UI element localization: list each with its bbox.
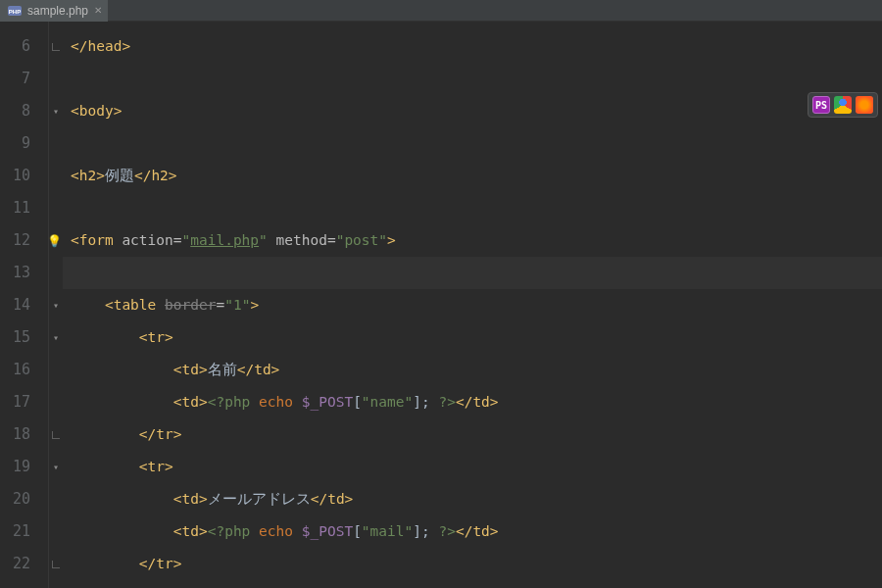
fold-marker: [49, 515, 63, 548]
tab-bar: PHP sample.php ✕: [0, 0, 882, 22]
code-line: <form action="mail.php" method="post">: [63, 224, 882, 257]
line-number: 17: [0, 386, 48, 418]
line-number: 21: [0, 515, 48, 548]
fold-marker: [49, 63, 63, 95]
code-line: <tr>: [63, 321, 882, 354]
code-line: [63, 63, 882, 95]
line-number: 19: [0, 451, 48, 483]
line-number: 13: [0, 257, 48, 289]
fold-marker[interactable]: 💡: [49, 224, 63, 257]
tab-filename: sample.php: [27, 4, 88, 18]
fold-marker[interactable]: [49, 548, 63, 580]
line-number: 23: [0, 580, 48, 588]
fold-marker: [49, 257, 63, 289]
fold-marker: [49, 354, 63, 386]
code-line: <table border="1">: [63, 289, 882, 321]
fold-marker: [49, 386, 63, 418]
fold-marker: [49, 127, 63, 160]
line-number: 22: [0, 548, 48, 580]
fold-marker[interactable]: [49, 95, 63, 127]
code-line: </head>: [63, 30, 882, 63]
fold-marker[interactable]: [49, 289, 63, 321]
close-icon[interactable]: ✕: [94, 5, 102, 16]
code-line: <td>メールアドレス</td>: [63, 483, 882, 515]
code-line: [63, 127, 882, 160]
code-line: </table>: [63, 580, 882, 588]
editor: 67891011121314151617181920212223 💡 </hea…: [0, 22, 882, 588]
fold-marker[interactable]: [49, 451, 63, 483]
code-line: <h2>例題</h2>: [63, 160, 882, 192]
line-number: 16: [0, 354, 48, 386]
code-line: <body>: [63, 95, 882, 127]
line-number: 8: [0, 95, 48, 127]
code-area[interactable]: </head> <body> <h2>例題</h2> <form action=…: [63, 22, 882, 588]
firefox-icon[interactable]: [856, 96, 873, 114]
fold-marker[interactable]: [49, 321, 63, 354]
fold-marker[interactable]: [49, 30, 63, 63]
fold-marker: [49, 580, 63, 588]
line-number: 15: [0, 321, 48, 354]
code-line-cursor: [63, 257, 882, 289]
code-line: <td><?php echo $_POST["name"]; ?></td>: [63, 386, 882, 418]
browser-toolbar: PS: [808, 92, 878, 118]
code-line: <td>名前</td>: [63, 354, 882, 386]
fold-column: 💡: [49, 22, 63, 588]
line-number-gutter: 67891011121314151617181920212223: [0, 22, 49, 588]
phpstorm-icon[interactable]: PS: [812, 96, 830, 114]
line-number: 20: [0, 483, 48, 515]
fold-marker: [49, 192, 63, 224]
file-tab[interactable]: PHP sample.php ✕: [0, 0, 108, 22]
line-number: 9: [0, 127, 48, 160]
code-line: <tr>: [63, 451, 882, 483]
fold-marker[interactable]: [49, 418, 63, 451]
line-number: 7: [0, 63, 48, 95]
chrome-icon[interactable]: [834, 96, 852, 114]
svg-text:PHP: PHP: [9, 8, 21, 14]
line-number: 14: [0, 289, 48, 321]
code-line: </tr>: [63, 548, 882, 580]
fold-marker: [49, 160, 63, 192]
line-number: 12: [0, 224, 48, 257]
fold-marker: [49, 483, 63, 515]
code-line: </tr>: [63, 418, 882, 451]
line-number: 10: [0, 160, 48, 192]
php-file-icon: PHP: [8, 4, 22, 18]
line-number: 11: [0, 192, 48, 224]
line-number: 18: [0, 418, 48, 451]
line-number: 6: [0, 30, 48, 63]
code-line: <td><?php echo $_POST["mail"]; ?></td>: [63, 515, 882, 548]
code-line: [63, 192, 882, 224]
intention-bulb-icon[interactable]: 💡: [47, 234, 62, 248]
